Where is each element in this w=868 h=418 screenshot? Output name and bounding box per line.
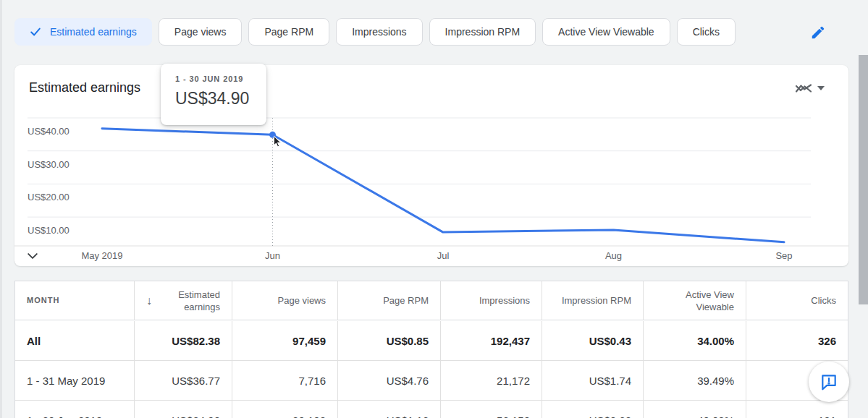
monthly-report-table: MONTH ↓ Estimated earnings Page views Pa…: [14, 281, 848, 418]
window-left-edge: [0, 0, 2, 418]
chart-title: Estimated earnings: [29, 80, 140, 95]
chip-label: Page RPM: [264, 26, 313, 38]
chip-active-view-viewable[interactable]: Active View Viewable: [542, 18, 670, 46]
column-header-estimated-earnings[interactable]: ↓ Estimated earnings: [134, 281, 232, 320]
y-axis-tick-label: US$20.00: [28, 192, 69, 202]
collapse-chart-button[interactable]: [24, 247, 41, 265]
y-axis-tick-label: US$10.00: [28, 225, 69, 236]
cell-clicks: 326: [746, 321, 848, 361]
cell-active-view-viewable: 34.00%: [643, 321, 746, 361]
y-axis-tick-label: US$30.00: [28, 159, 69, 170]
cell-page-rpm: US$1.16: [337, 401, 440, 418]
estimated-earnings-chart-card: US$40.00US$30.00US$20.00US$10.00May 2019…: [14, 65, 848, 266]
chip-label: Impressions: [352, 26, 406, 38]
cell-impressions: 192,437: [440, 321, 542, 361]
cell-month: 1 - 30 Jun 2019: [15, 401, 134, 418]
cell-page-rpm: US$0.85: [337, 321, 440, 361]
column-header-impression-rpm[interactable]: Impression RPM: [542, 281, 643, 320]
chip-impression-rpm[interactable]: Impression RPM: [429, 18, 536, 46]
chevron-down-icon: [817, 86, 825, 90]
chip-impressions[interactable]: Impressions: [336, 18, 422, 46]
x-axis-tick-label: Sep: [775, 250, 792, 261]
chip-label: Page views: [174, 26, 227, 38]
chip-label: Clicks: [693, 26, 720, 38]
column-header-page-views[interactable]: Page views: [232, 281, 337, 320]
chip-label: Estimated earnings: [50, 26, 137, 38]
y-axis-tick-label: US$40.00: [28, 126, 69, 137]
cell-page-views: 7,716: [232, 361, 337, 401]
cell-impression-rpm: US$0.62: [542, 401, 643, 418]
cell-page-views: 30,102: [232, 401, 337, 418]
chip-clicks[interactable]: Clicks: [677, 18, 736, 46]
column-header-label: Active View Viewable: [662, 289, 734, 313]
cell-estimated-earnings: US$82.38: [134, 321, 232, 361]
chart-type-button[interactable]: [795, 82, 825, 94]
sort-descending-icon[interactable]: ↓: [146, 294, 152, 307]
check-icon: [30, 26, 41, 38]
cell-active-view-viewable: 40.08%: [643, 401, 746, 418]
column-header-clicks[interactable]: Clicks: [746, 281, 848, 320]
earnings-series-line: [102, 129, 784, 242]
cell-month: All: [15, 321, 134, 361]
cell-impressions: 21,172: [440, 361, 542, 401]
feedback-button[interactable]: [809, 362, 849, 402]
metric-chip-bar: Estimated earnings Page views Page RPM I…: [14, 18, 736, 46]
cell-page-views: 97,459: [232, 321, 337, 361]
tooltip-date: 1 - 30 JUN 2019: [175, 74, 266, 83]
column-header-active-view-viewable[interactable]: Active View Viewable: [643, 281, 746, 320]
cell-estimated-earnings: US$36.77: [134, 361, 232, 401]
tooltip-value: US$34.90: [175, 89, 266, 108]
multiline-chart-icon: [795, 82, 812, 94]
x-axis-tick-label: May 2019: [81, 250, 122, 261]
cell-month: 1 - 31 May 2019: [15, 361, 134, 401]
x-axis-tick-label: Jul: [437, 250, 450, 261]
cell-impressions: 56,150: [440, 401, 542, 418]
scrollbar-thumb[interactable]: [859, 55, 868, 304]
cell-impression-rpm: US$1.74: [542, 361, 643, 401]
cell-clicks: 131: [746, 401, 848, 418]
edit-metrics-button[interactable]: [808, 22, 828, 43]
chip-estimated-earnings[interactable]: Estimated earnings: [14, 18, 152, 46]
cell-page-rpm: US$4.76: [337, 361, 440, 401]
column-header-label: Estimated earnings: [159, 289, 220, 313]
column-header-month[interactable]: MONTH: [15, 281, 134, 320]
chevron-down-icon: [25, 249, 40, 263]
feedback-chat-icon: [819, 372, 838, 391]
chip-page-rpm[interactable]: Page RPM: [248, 18, 329, 46]
scrollbar-track[interactable]: [859, 0, 868, 418]
pencil-icon: [810, 25, 826, 40]
chip-label: Active View Viewable: [558, 26, 654, 38]
cell-impression-rpm: US$0.43: [542, 321, 643, 361]
chart-tooltip: 1 - 30 JUN 2019 US$34.90: [161, 64, 266, 125]
cell-estimated-earnings: US$34.90: [134, 401, 232, 418]
column-header-impressions[interactable]: Impressions: [440, 281, 542, 320]
chip-page-views[interactable]: Page views: [159, 18, 243, 46]
x-axis-tick-label: Jun: [265, 250, 280, 261]
column-header-page-rpm[interactable]: Page RPM: [337, 281, 440, 320]
cell-active-view-viewable: 39.49%: [643, 361, 746, 401]
x-axis-tick-label: Aug: [605, 250, 622, 261]
chip-label: Impression RPM: [445, 26, 520, 38]
